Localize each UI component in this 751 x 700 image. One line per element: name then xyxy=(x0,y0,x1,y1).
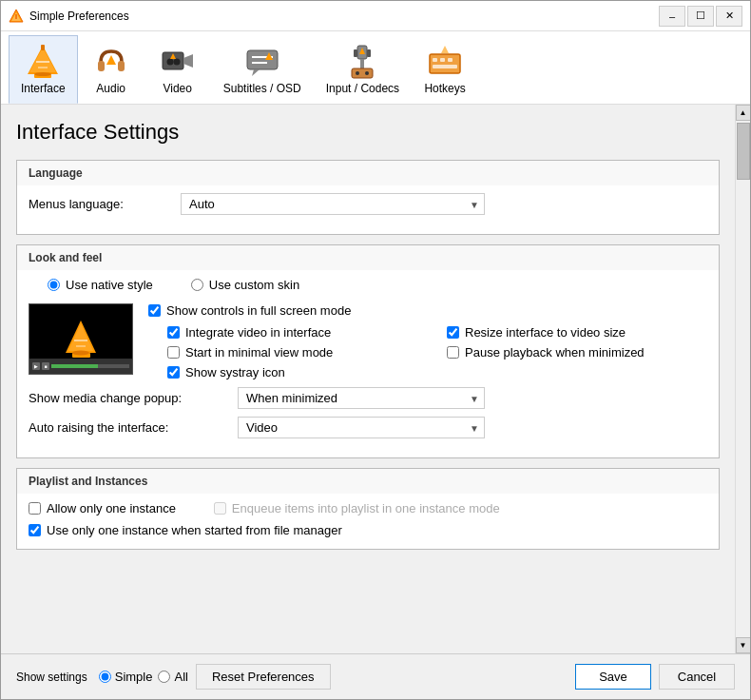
show-settings-radios: Simple All xyxy=(99,670,188,684)
scrollbar: ▲ ▼ xyxy=(735,105,750,653)
interface-icon xyxy=(24,42,62,80)
enqueue-checkbox[interactable]: Enqueue items into playlist in one insta… xyxy=(214,501,500,515)
custom-skin-radio[interactable]: Use custom skin xyxy=(191,278,299,292)
scrollbar-down[interactable]: ▼ xyxy=(736,637,751,653)
integrate-video-label: Integrate video in interface xyxy=(185,325,331,340)
menus-language-label: Menus language: xyxy=(29,197,181,211)
media-popup-label: Show media change popup: xyxy=(29,391,238,405)
systray-checkbox[interactable]: Show systray icon xyxy=(167,365,428,379)
look-feel-title: Look and feel xyxy=(17,245,719,270)
look-feel-body: Use native style Use custom skin xyxy=(17,270,719,457)
audio-icon xyxy=(92,42,130,80)
stop-btn: ■ xyxy=(42,362,49,370)
auto-raising-select-wrapper: Video Always Never ▼ xyxy=(238,417,485,438)
svg-point-29 xyxy=(356,71,359,75)
bottom-bar: Show settings Simple All Reset Preferenc… xyxy=(1,653,750,699)
vlc-controls-bar: ▶ ■ xyxy=(29,359,132,374)
svg-point-16 xyxy=(173,59,180,66)
input-label: Input / Codecs xyxy=(326,82,399,95)
input-icon xyxy=(343,42,381,80)
interface-label: Interface xyxy=(21,82,66,95)
minimize-button[interactable]: – xyxy=(659,6,685,27)
svg-rect-26 xyxy=(354,49,357,57)
playlist-section-title: Playlist and Instances xyxy=(17,469,719,494)
hotkeys-label: Hotkeys xyxy=(424,82,465,95)
toolbar-video[interactable]: Video xyxy=(144,35,211,104)
play-btn: ▶ xyxy=(32,362,40,370)
pause-minimized-label: Pause playback when minimized xyxy=(465,345,645,360)
svg-rect-27 xyxy=(367,49,371,57)
svg-rect-10 xyxy=(98,61,105,71)
reset-preferences-button[interactable]: Reset Preferences xyxy=(196,664,331,690)
toolbar-audio[interactable]: Audio xyxy=(78,35,144,104)
toolbar-subtitles[interactable]: Subtitles / OSD xyxy=(211,35,314,104)
video-label: Video xyxy=(163,82,191,95)
allow-one-instance-label: Allow only one instance xyxy=(47,501,176,515)
show-settings-label: Show settings xyxy=(16,671,87,684)
svg-point-41 xyxy=(72,350,89,355)
svg-rect-28 xyxy=(352,68,373,78)
minimal-view-checkbox[interactable]: Start in minimal view mode xyxy=(167,345,428,360)
language-section-title: Language xyxy=(17,161,719,185)
playlist-section-body: Allow only one instance Enqueue items in… xyxy=(17,494,719,549)
checkboxes-area: Show controls in full screen mode Integr… xyxy=(148,303,707,379)
auto-raising-label: Auto raising the interface: xyxy=(29,420,238,435)
svg-marker-4 xyxy=(29,48,56,72)
allow-one-instance-checkbox[interactable]: Allow only one instance xyxy=(29,501,176,515)
playlist-section: Playlist and Instances Allow only one in… xyxy=(16,468,720,550)
media-popup-row: Show media change popup: When minimized … xyxy=(29,387,707,409)
svg-rect-25 xyxy=(360,59,364,68)
scrollbar-up[interactable]: ▲ xyxy=(736,105,751,121)
media-popup-select-wrapper: When minimized Always Never ▼ xyxy=(238,387,485,409)
media-popup-select[interactable]: When minimized Always Never xyxy=(238,387,485,409)
resize-interface-label: Resize interface to video size xyxy=(465,325,626,340)
svg-marker-20 xyxy=(252,69,260,76)
checkbox-grid: Integrate video in interface Resize inte… xyxy=(167,325,707,379)
scrollbar-track-area[interactable] xyxy=(736,121,750,637)
close-button[interactable]: ✕ xyxy=(716,6,742,27)
svg-point-30 xyxy=(365,71,369,75)
svg-rect-35 xyxy=(448,58,453,62)
enqueue-label: Enqueue items into playlist in one insta… xyxy=(232,501,500,515)
all-radio[interactable]: All xyxy=(158,670,187,684)
auto-raising-select[interactable]: Video Always Never xyxy=(238,417,485,438)
pause-minimized-checkbox[interactable]: Pause playback when minimized xyxy=(447,345,707,360)
resize-interface-checkbox[interactable]: Resize interface to video size xyxy=(447,325,707,340)
vlc-preview: ▶ ■ xyxy=(29,303,133,375)
custom-skin-label: Use custom skin xyxy=(209,278,299,292)
video-icon xyxy=(159,42,197,80)
save-button[interactable]: Save xyxy=(575,664,651,690)
style-radio-row: Use native style Use custom skin xyxy=(48,278,707,292)
language-section: Language Menus language: Auto English Fr… xyxy=(16,160,720,235)
fullscreen-controls-checkbox[interactable]: Show controls in full screen mode xyxy=(148,303,707,318)
use-one-instance-label: Use only one instance when started from … xyxy=(47,523,342,537)
toolbar-input[interactable]: Input / Codecs xyxy=(314,35,412,104)
svg-rect-9 xyxy=(41,45,45,50)
simple-radio-label: Simple xyxy=(115,670,153,684)
toolbar-interface[interactable]: Interface xyxy=(9,35,78,104)
vlc-preview-content xyxy=(65,320,98,360)
content-area: Interface Settings Language Menus langua… xyxy=(1,105,750,653)
svg-rect-32 xyxy=(430,54,460,73)
look-feel-section: Look and feel Use native style Use custo… xyxy=(16,244,720,458)
simple-radio[interactable]: Simple xyxy=(99,670,153,684)
toolbar-hotkeys[interactable]: Hotkeys xyxy=(412,35,478,104)
subtitles-icon xyxy=(243,42,281,80)
progress-bar xyxy=(51,364,129,368)
window-controls: – ☐ ✕ xyxy=(659,6,742,27)
integrate-video-checkbox[interactable]: Integrate video in interface xyxy=(167,325,428,340)
all-radio-label: All xyxy=(174,670,187,684)
preview-area: ▶ ■ xyxy=(29,303,707,379)
scrollbar-thumb[interactable] xyxy=(737,123,750,180)
svg-rect-34 xyxy=(440,58,445,62)
cancel-button[interactable]: Cancel xyxy=(659,664,735,690)
use-one-instance-checkbox[interactable]: Use only one instance when started from … xyxy=(29,523,707,537)
systray-label: Show systray icon xyxy=(185,365,285,379)
maximize-button[interactable]: ☐ xyxy=(687,6,714,27)
menus-language-select[interactable]: Auto English French German Spanish xyxy=(181,193,485,215)
page-title: Interface Settings xyxy=(16,120,720,145)
progress-fill xyxy=(51,364,98,368)
hotkeys-icon xyxy=(426,42,464,80)
native-style-radio[interactable]: Use native style xyxy=(48,278,153,292)
svg-rect-19 xyxy=(247,50,278,69)
